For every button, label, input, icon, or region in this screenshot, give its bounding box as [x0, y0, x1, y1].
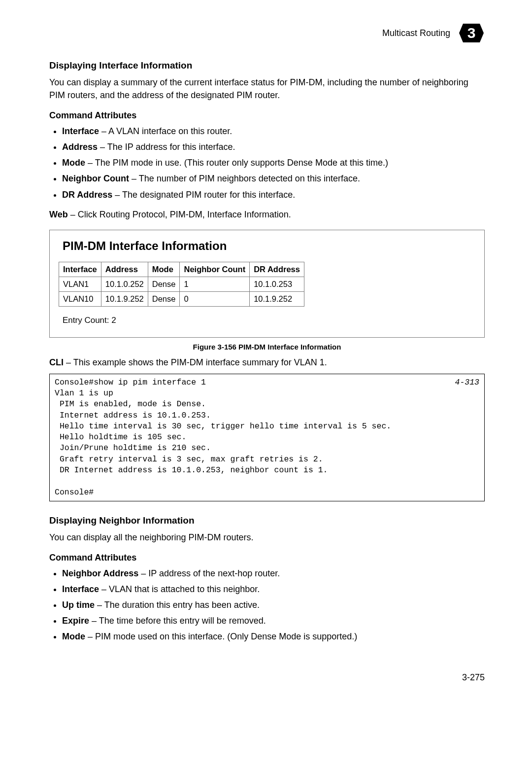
figure-caption: Figure 3-156 PIM-DM Interface Informatio… [49, 343, 485, 351]
list-item: Mode – PIM mode used on this interface. … [62, 630, 485, 643]
cli-intro-text: – This example shows the PIM-DM interfac… [64, 357, 327, 367]
col-dr-address: DR Address [250, 262, 304, 277]
breadcrumb: Multicast Routing [382, 28, 450, 38]
col-interface: Interface [59, 262, 101, 277]
attr-desc: – The time before this entry will be rem… [89, 616, 266, 626]
attribute-list-1: Interface – A VLAN interface on this rou… [49, 125, 485, 201]
attribute-list-2: Neighbor Address – IP address of the nex… [49, 567, 485, 643]
attr-name: Mode [62, 632, 85, 641]
cli-reference: 4-313 [455, 377, 479, 388]
interface-table: Interface Address Mode Neighbor Count DR… [59, 262, 304, 307]
cell: Dense [148, 277, 180, 291]
page-header: Multicast Routing 3 [49, 20, 485, 46]
list-item: Interface – A VLAN interface on this rou… [62, 125, 485, 138]
section-intro: You can display a summary of the current… [49, 76, 485, 102]
cell: VLAN10 [59, 291, 101, 306]
cli-output: 4-313Console#show ip pim interface 1 Vla… [49, 374, 485, 501]
list-item: DR Address – The designated PIM router f… [62, 188, 485, 201]
attr-name: Neighbor Count [62, 174, 129, 183]
entry-count: Entry Count: 2 [63, 316, 475, 325]
attr-desc: – VLAN that is attached to this neighbor… [99, 584, 260, 594]
list-item: Expire – The time before this entry will… [62, 614, 485, 627]
command-attributes-heading-2: Command Attributes [49, 553, 485, 563]
col-neighbor-count: Neighbor Count [180, 262, 250, 277]
attr-desc: – The number of PIM neighbors detected o… [129, 174, 360, 183]
attr-desc: – A VLAN interface on this router. [99, 126, 232, 136]
command-attributes-heading: Command Attributes [49, 110, 485, 121]
page-number: 3-275 [49, 672, 485, 683]
cell: 10.1.0.252 [101, 277, 148, 291]
cell: Dense [148, 291, 180, 306]
attr-desc: – PIM mode used on this interface. (Only… [85, 632, 357, 641]
col-mode: Mode [148, 262, 180, 277]
list-item: Mode – The PIM mode in use. (This router… [62, 156, 485, 169]
attr-name: Up time [62, 600, 95, 610]
attr-name: Neighbor Address [62, 568, 138, 578]
attr-desc: – The PIM mode in use. (This router only… [85, 158, 388, 168]
attr-name: Mode [62, 158, 85, 168]
list-item: Interface – VLAN that is attached to thi… [62, 583, 485, 596]
attr-desc: – The IP address for this interface. [98, 142, 235, 152]
col-address: Address [101, 262, 148, 277]
table-header-row: Interface Address Mode Neighbor Count DR… [59, 262, 304, 277]
attr-desc: – The designated PIM router for this int… [112, 190, 295, 200]
cell: 10.1.9.252 [101, 291, 148, 306]
cli-text: Console#show ip pim interface 1 Vlan 1 i… [55, 378, 391, 497]
table-row: VLAN1 10.1.0.252 Dense 1 10.1.0.253 [59, 277, 304, 291]
panel-title: PIM-DM Interface Information [63, 239, 475, 253]
cell: 10.1.9.252 [250, 291, 304, 306]
cell: VLAN1 [59, 277, 101, 291]
cli-intro: CLI – This example shows the PIM-DM inte… [49, 356, 485, 369]
section-heading-interface: Displaying Interface Information [49, 60, 485, 71]
attr-name: DR Address [62, 190, 112, 200]
section-intro-neighbor: You can display all the neighboring PIM-… [49, 531, 485, 544]
web-label: Web [49, 210, 68, 219]
chapter-badge-icon: 3 [458, 20, 485, 46]
list-item: Up time – The duration this entry has be… [62, 598, 485, 611]
section-heading-neighbor: Displaying Neighbor Information [49, 515, 485, 526]
cell: 1 [180, 277, 250, 291]
cli-label: CLI [49, 357, 64, 367]
cell: 10.1.0.253 [250, 277, 304, 291]
attr-desc: – The duration this entry has been activ… [95, 600, 260, 610]
page-root: Multicast Routing 3 Displaying Interface… [0, 0, 532, 712]
web-text: – Click Routing Protocol, PIM-DM, Interf… [68, 210, 291, 219]
list-item: Neighbor Address – IP address of the nex… [62, 567, 485, 580]
attr-name: Interface [62, 584, 99, 594]
cell: 0 [180, 291, 250, 306]
attr-desc: – IP address of the next-hop router. [138, 568, 280, 578]
web-instruction: Web – Click Routing Protocol, PIM-DM, In… [49, 208, 485, 221]
attr-name: Interface [62, 126, 99, 136]
chapter-number: 3 [467, 25, 476, 41]
attr-name: Expire [62, 616, 89, 626]
pim-dm-panel: PIM-DM Interface Information Interface A… [49, 230, 485, 338]
table-row: VLAN10 10.1.9.252 Dense 0 10.1.9.252 [59, 291, 304, 306]
attr-name: Address [62, 142, 98, 152]
list-item: Address – The IP address for this interf… [62, 141, 485, 153]
list-item: Neighbor Count – The number of PIM neigh… [62, 172, 485, 185]
